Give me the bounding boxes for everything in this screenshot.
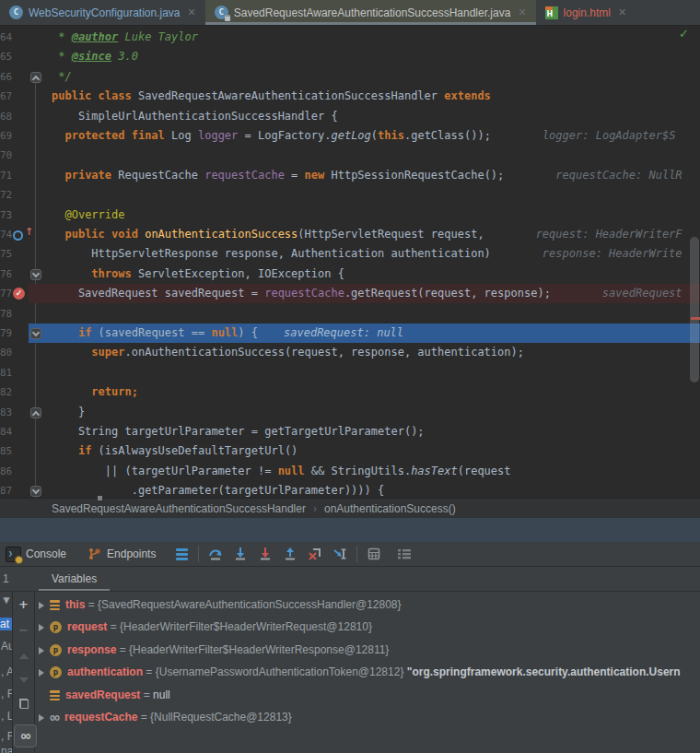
variable-row-response[interactable]: presponse = {HeaderWriterFilter$HeaderWr… bbox=[35, 639, 700, 661]
tab-savedrequestawareauthenticationsuccesshandler[interactable]: C SavedRequestAwareAuthenticationSuccess… bbox=[205, 0, 536, 25]
frames-row-fragment[interactable]: , L bbox=[1, 710, 13, 723]
code-line[interactable]: 68 SimpleUrlAuthenticationSuccessHandler… bbox=[0, 107, 700, 126]
close-tab-icon[interactable]: ✕ bbox=[618, 6, 626, 18]
expand-arrow-icon[interactable] bbox=[39, 602, 44, 609]
inline-debugger-hint: logger: LogAdapter$S bbox=[542, 129, 676, 142]
frames-row-fragment[interactable]: , A bbox=[1, 665, 13, 678]
expand-arrow-icon[interactable] bbox=[39, 647, 44, 654]
force-step-into-button[interactable] bbox=[257, 546, 274, 562]
frames-row-fragment[interactable]: , F bbox=[1, 688, 13, 700]
variable-row-request[interactable]: prequest = {HeaderWriterFilter$HeaderWri… bbox=[35, 616, 700, 638]
splitter-band[interactable] bbox=[0, 518, 700, 542]
breadcrumb: SavedRequestAwareAuthenticationSuccessHa… bbox=[0, 498, 700, 518]
breadcrumb-class[interactable]: SavedRequestAwareAuthenticationSuccessHa… bbox=[52, 502, 306, 515]
code-line[interactable]: 84 String targetUrlParameter = getTarget… bbox=[0, 422, 700, 441]
overriding-method-icon[interactable]: ↑ bbox=[13, 229, 37, 241]
code-line[interactable]: 73 @Override bbox=[0, 206, 700, 225]
frames-row-fragment[interactable]: Au bbox=[1, 640, 13, 653]
variable-row-this[interactable]: this = {SavedRequestAwareAuthenticationS… bbox=[35, 594, 700, 616]
code-line[interactable]: 71 private RequestCache requestCache = n… bbox=[0, 166, 700, 185]
code-line[interactable]: 85 if (isAlwaysUseDefaultTargetUrl() bbox=[0, 441, 700, 461]
frames-row-fragment[interactable]: , F bbox=[1, 730, 13, 743]
java-class-icon: C bbox=[9, 6, 23, 19]
code-line[interactable]: 82 return; bbox=[0, 382, 700, 402]
remove-watch-button[interactable]: − bbox=[15, 621, 32, 639]
step-out-button[interactable] bbox=[282, 546, 298, 562]
code-line[interactable]: 81 bbox=[0, 363, 700, 382]
line-number: 87 bbox=[0, 481, 12, 498]
expand-arrow-icon[interactable] bbox=[39, 624, 44, 631]
fold-marker[interactable] bbox=[30, 486, 41, 497]
add-watch-button[interactable]: + bbox=[15, 595, 32, 613]
error-stripe-mark[interactable] bbox=[691, 317, 700, 320]
watches-toolbar: + − oo bbox=[13, 592, 35, 753]
code-line[interactable]: 77✓ SavedRequest savedRequest = requestC… bbox=[0, 284, 700, 303]
code-line[interactable]: 64 * @author Luke Taylor bbox=[0, 28, 700, 47]
frames-selected-row-fragment[interactable]: at bbox=[0, 618, 12, 630]
expand-arrow-icon[interactable] bbox=[39, 669, 44, 677]
code-text: } bbox=[52, 403, 85, 422]
code-line[interactable]: 86 || (targetUrlParameter != null && Str… bbox=[0, 462, 700, 481]
variable-string-value: "org.springframework.security.authentica… bbox=[403, 665, 680, 678]
code-editor[interactable]: 64 * @author Luke Taylor65 * @since 3.06… bbox=[0, 26, 700, 498]
code-line[interactable]: 75 HttpServletResponse response, Authent… bbox=[0, 244, 700, 264]
breadcrumb-method[interactable]: onAuthenticationSuccess() bbox=[324, 502, 456, 515]
code-line[interactable]: 80 super.onAuthenticationSuccess(request… bbox=[0, 343, 700, 362]
code-line[interactable]: 67public class SavedRequestAwareAuthenti… bbox=[0, 87, 700, 106]
console-icon bbox=[6, 547, 21, 562]
variable-row-requestCache[interactable]: oorequestCache = {NullRequestCache@12813… bbox=[35, 706, 700, 728]
run-to-cursor-button[interactable] bbox=[332, 546, 348, 562]
code-line[interactable]: 72 bbox=[0, 185, 700, 205]
console-tab[interactable]: Console bbox=[6, 547, 66, 562]
close-tab-icon[interactable]: ✕ bbox=[188, 6, 196, 18]
frames-row-fragment[interactable]: ▼ bbox=[1, 594, 12, 606]
duplicate-watch-button[interactable] bbox=[15, 695, 32, 712]
drop-frame-button[interactable] bbox=[307, 546, 323, 562]
code-line[interactable]: 74↑ public void onAuthenticationSuccess(… bbox=[0, 225, 700, 244]
code-line[interactable]: 87 .getParameter(targetUrlParameter)))) … bbox=[0, 481, 700, 498]
line-number: 64 bbox=[0, 28, 12, 47]
debugger-view-tabs: 1 Variables bbox=[0, 567, 700, 592]
html-file-icon: H bbox=[545, 6, 558, 19]
tab-login-html[interactable]: H login.html ✕ bbox=[536, 0, 636, 25]
frames-panel-sliver[interactable]: ▼atAu, A, F, L, Fna bbox=[0, 592, 13, 753]
console-tab-label: Console bbox=[26, 547, 66, 560]
fold-marker[interactable] bbox=[30, 269, 41, 280]
move-down-button[interactable] bbox=[15, 671, 32, 688]
view-menu-button[interactable] bbox=[173, 546, 190, 562]
editor-scrollbar-thumb[interactable] bbox=[690, 237, 699, 382]
code-line[interactable]: 76 throws ServletException, IOException … bbox=[0, 265, 700, 284]
tab-websecurityconfiguration[interactable]: C WebSecurityConfiguration.java ✕ bbox=[0, 0, 205, 25]
step-over-icon bbox=[208, 547, 223, 561]
glasses-icon: oo bbox=[20, 732, 29, 741]
code-line[interactable]: 78 bbox=[0, 304, 700, 324]
fold-marker[interactable] bbox=[30, 328, 41, 339]
show-watches-toggle[interactable]: oo bbox=[14, 724, 37, 747]
variable-row-savedRequest[interactable]: savedRequest = null bbox=[35, 684, 700, 706]
breakpoint-icon[interactable]: ✓ bbox=[13, 288, 25, 300]
equals-sign: = bbox=[140, 688, 153, 701]
fold-marker[interactable] bbox=[30, 407, 41, 418]
tab-variables[interactable]: Variables bbox=[39, 567, 110, 591]
code-line[interactable]: 69 protected final Log logger = LogFacto… bbox=[0, 126, 700, 146]
step-into-button[interactable] bbox=[232, 546, 249, 562]
code-line[interactable]: 65 * @since 3.0 bbox=[0, 47, 700, 66]
line-number: 81 bbox=[0, 363, 12, 382]
layout-settings-button[interactable] bbox=[396, 546, 413, 562]
line-number: 69 bbox=[0, 126, 12, 146]
fold-marker[interactable] bbox=[30, 72, 41, 83]
expand-arrow-icon[interactable] bbox=[39, 714, 44, 722]
evaluate-expression-button[interactable] bbox=[366, 546, 382, 562]
line-number: 85 bbox=[0, 441, 12, 461]
frames-row-fragment[interactable]: na bbox=[1, 745, 13, 753]
step-over-button[interactable] bbox=[207, 546, 224, 562]
endpoints-tab[interactable]: Endpoints bbox=[88, 547, 156, 561]
code-line[interactable]: 66 */ bbox=[0, 67, 700, 87]
code-line[interactable]: 79 if (savedRequest == null) {savedReque… bbox=[0, 324, 700, 343]
code-text: */ bbox=[52, 67, 72, 87]
code-line[interactable]: 70 bbox=[0, 146, 700, 165]
variable-row-authentication[interactable]: pauthentication = {UsernamePasswordAuthe… bbox=[35, 661, 700, 683]
close-tab-icon[interactable]: ✕ bbox=[518, 6, 526, 18]
move-up-button[interactable] bbox=[15, 647, 32, 665]
code-line[interactable]: 83 } bbox=[0, 403, 700, 422]
